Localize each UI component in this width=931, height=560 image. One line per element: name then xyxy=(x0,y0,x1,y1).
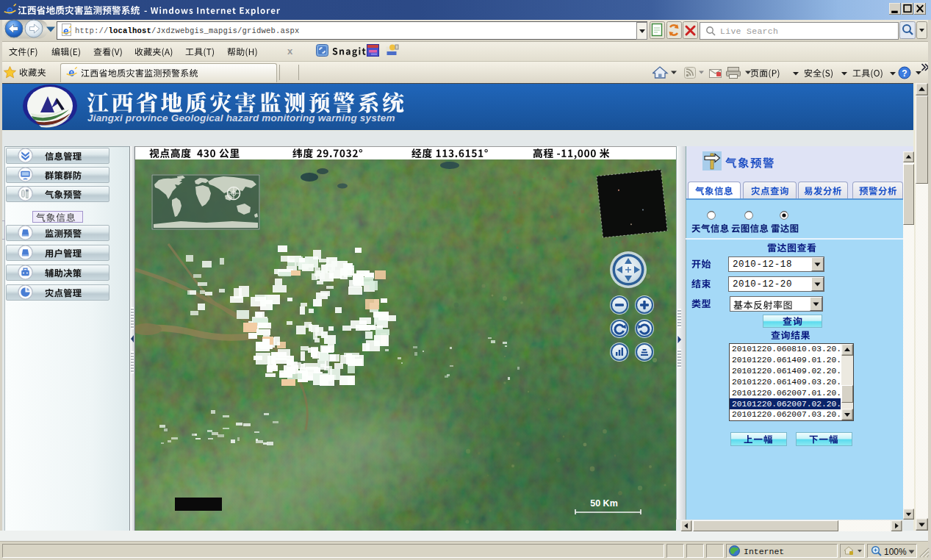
svg-text:50 Km: 50 Km xyxy=(590,498,618,509)
svg-text:?: ? xyxy=(902,68,907,79)
